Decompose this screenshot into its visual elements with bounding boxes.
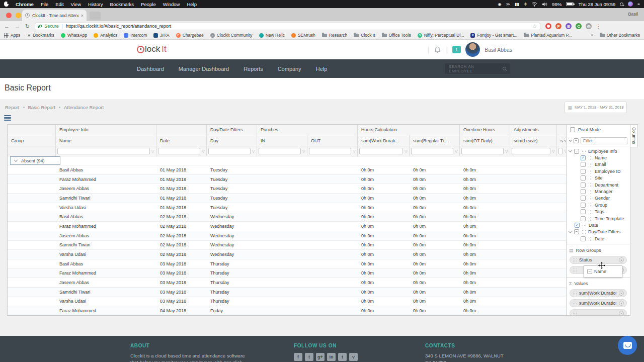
remove-icon[interactable]: × xyxy=(619,291,624,296)
notification-center-icon[interactable]: ≡ xyxy=(637,2,640,7)
menubar-clock[interactable]: Thu 28 Jun 09:59 xyxy=(578,2,615,7)
column-checkbox[interactable] xyxy=(581,189,586,194)
table-row[interactable]: Faraz Mohammed01 May 2018Tuesday0h 0m0h … xyxy=(8,175,566,185)
browser-profile-name[interactable]: Basil xyxy=(628,12,638,17)
volume-icon[interactable] xyxy=(542,2,547,7)
nav-item-help[interactable]: Help xyxy=(316,66,328,72)
column-filter-input[interactable] xyxy=(359,148,403,154)
collapse-all-icon[interactable]: − xyxy=(574,138,579,143)
column-filter-input[interactable] xyxy=(512,148,550,154)
bookmark-apps[interactable]: Apps xyxy=(4,33,20,38)
table-row[interactable]: Basil Abbas03 May 2018Thursday0h 0m0h 0m… xyxy=(8,259,566,269)
bookmark-whatsapp[interactable]: WhatsApp xyxy=(61,33,87,38)
tree-item-tags[interactable]: Tags xyxy=(567,209,630,215)
expand-all-icon[interactable] xyxy=(569,138,572,142)
column-header-group[interactable]: Group xyxy=(8,135,56,146)
column-filter-input[interactable] xyxy=(411,148,453,154)
extension-icon-3[interactable]: B xyxy=(566,23,572,29)
column-header-sum-work-durati-[interactable]: sum(Work Durati... xyxy=(358,135,410,146)
filter-funnel-icon[interactable]: ▽ xyxy=(302,149,305,153)
vimeo-icon[interactable]: v xyxy=(349,353,358,361)
display-icon[interactable]: ▮▮ xyxy=(515,2,519,7)
column-filter-input[interactable] xyxy=(57,148,150,154)
extension-icon-5[interactable]: ◎ xyxy=(586,23,592,29)
nav-item-manager-dashboard[interactable]: Manager Dashboard xyxy=(179,66,229,72)
bookmark-intercom[interactable]: Intercom xyxy=(124,33,147,38)
column-header-name[interactable]: Name xyxy=(56,135,156,146)
tree-item-gender[interactable]: Gender xyxy=(567,195,630,202)
bookmarks-overflow-icon[interactable]: » xyxy=(591,33,593,38)
bookmark-clock-it[interactable]: Clock It xyxy=(354,33,375,38)
tree-item-manager[interactable]: Manager xyxy=(567,188,630,195)
tree-item-day-date-filters[interactable]: −Day/Date Filters xyxy=(567,229,630,235)
extension-icon-1[interactable] xyxy=(545,23,551,29)
screen-record-icon[interactable]: ◉ xyxy=(498,2,501,7)
siri-icon[interactable] xyxy=(628,2,633,7)
other-bookmarks[interactable]: Other Bookmarks xyxy=(600,33,640,38)
table-row[interactable]: Jaseem Abbas01 May 2018Tuesday0h 0m0h 0m… xyxy=(8,184,566,194)
nav-item-reports[interactable]: Reports xyxy=(244,66,263,72)
back-button[interactable]: ← xyxy=(4,24,10,29)
column-header-date[interactable]: Date xyxy=(156,135,207,146)
menubar-item-window[interactable]: Window xyxy=(163,2,180,7)
bookmark-star-icon[interactable]: ☆ xyxy=(532,24,537,29)
menubar-item-view[interactable]: View xyxy=(71,2,81,7)
breadcrumb-item[interactable]: Attendance Report xyxy=(64,105,104,110)
remove-icon[interactable]: × xyxy=(619,301,624,306)
filter-funnel-icon[interactable]: ▽ xyxy=(202,149,205,153)
table-row[interactable]: Basil Abbas02 May 2018Wednesday0h 0m0h 0… xyxy=(8,212,566,222)
column-checkbox[interactable] xyxy=(581,175,586,180)
bookmark-bookmarks[interactable]: ★Bookmarks xyxy=(27,33,54,38)
column-header-out[interactable]: OUT xyxy=(307,135,358,146)
table-row[interactable]: Faraz Mohammed02 May 2018Wednesday0h 0m0… xyxy=(8,222,566,231)
table-row[interactable]: Varsha Udasi02 May 2018Wednesday0h 0m0h … xyxy=(8,250,566,259)
column-filter-input[interactable] xyxy=(309,148,351,154)
extension-icon-4[interactable]: C xyxy=(576,23,582,29)
linkedin-icon[interactable]: in xyxy=(327,353,336,361)
bookmark-jira[interactable]: JIRA xyxy=(153,33,169,38)
nav-item-dashboard[interactable]: Dashboard xyxy=(137,66,164,72)
column-filter-input[interactable] xyxy=(158,148,200,154)
refresh-button[interactable]: ↻ xyxy=(25,24,30,29)
table-row[interactable]: Faraz Mohammed03 May 2018Thursday0h 0m0h… xyxy=(8,269,566,279)
user-name[interactable]: Basil Abbas xyxy=(485,47,512,53)
status-extra-icon[interactable]: ≫ xyxy=(506,2,510,7)
column-header-s[interactable]: s xyxy=(557,135,566,146)
tree-item-group[interactable]: Group xyxy=(567,202,630,208)
column-checkbox[interactable]: ✓ xyxy=(581,155,586,160)
google-plus-icon[interactable]: g+ xyxy=(316,353,325,361)
bookmark-semrush[interactable]: SEMrush xyxy=(291,33,315,38)
filter-funnel-icon[interactable]: ▽ xyxy=(405,149,408,153)
bookmark-chargebee[interactable]: CChargebee xyxy=(176,33,204,38)
remove-icon[interactable]: × xyxy=(619,257,624,262)
table-row[interactable]: Varsha Udasi01 May 2018Tuesday0h 0m0h 0m… xyxy=(8,203,566,213)
table-row[interactable]: Samridhi Tiwari01 May 2018Tuesday0h 0m0h… xyxy=(8,194,566,203)
clockit-logo[interactable]: lockIt xyxy=(137,44,167,54)
menubar-item-people[interactable]: People xyxy=(141,2,156,7)
tree-item-name[interactable]: ✓Name xyxy=(567,154,630,161)
tab-close-icon[interactable]: × xyxy=(81,13,84,18)
column-header-sum-regular-ti-[interactable]: sum(Regular Ti... xyxy=(410,135,460,146)
new-tab-button[interactable] xyxy=(90,12,101,20)
column-checkbox[interactable] xyxy=(581,196,586,201)
spotlight-icon[interactable] xyxy=(620,3,623,6)
filter-funnel-icon[interactable]: ▽ xyxy=(151,149,154,153)
filter-funnel-icon[interactable]: ▽ xyxy=(552,149,555,153)
menubar-item-help[interactable]: Help xyxy=(187,2,197,7)
forward-button[interactable]: → xyxy=(15,24,20,29)
remove-icon[interactable]: × xyxy=(619,311,624,316)
breadcrumb-item[interactable]: Basic Report xyxy=(28,105,55,110)
column-filter-input[interactable] xyxy=(581,137,627,144)
tree-item-department[interactable]: Department xyxy=(567,182,630,188)
table-row[interactable]: Samridhi Tiwari02 May 2018Wednesday0h 0m… xyxy=(8,241,566,250)
intercom-launcher[interactable] xyxy=(618,336,637,355)
column-checkbox[interactable]: ✓ xyxy=(575,223,580,228)
column-filter-input[interactable] xyxy=(461,148,504,154)
column-checkbox[interactable] xyxy=(581,183,586,188)
column-checkbox[interactable] xyxy=(581,169,586,174)
group-row-expander[interactable]: Absent (94) xyxy=(10,156,60,165)
collapse-group-icon[interactable]: − xyxy=(574,149,579,154)
wifi-icon[interactable] xyxy=(531,2,537,7)
menubar-item-chrome[interactable]: Chrome xyxy=(16,2,34,7)
bookmark-research[interactable]: Research xyxy=(322,33,347,38)
